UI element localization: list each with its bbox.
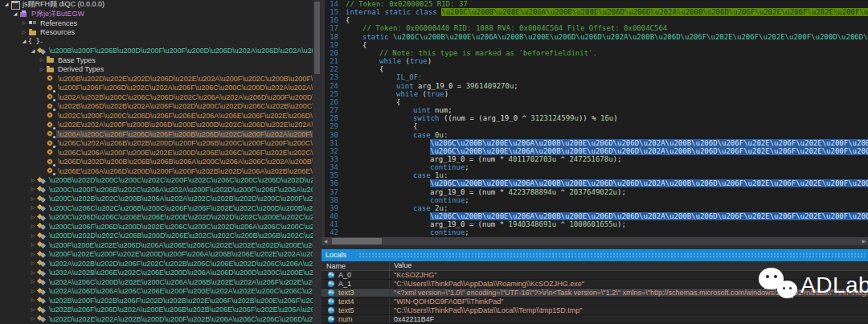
- code-text[interactable]: // Token: 0x02000025 RID: 37: [344, 0, 868, 8]
- code-text[interactable]: while (true): [344, 57, 868, 65]
- expander-icon[interactable]: ▷: [29, 277, 37, 286]
- tree-item[interactable]: ▷\u202A\u202B\u206E\u202C\u206E\u200D\u2…: [0, 269, 313, 278]
- code-text[interactable]: \u206C\u200B\u200E\u206A\u200B\u200E\u20…: [344, 139, 868, 147]
- tree-item[interactable]: ◢-: [0, 37, 313, 47]
- tree-item[interactable]: ▷\u200C\u200F\u206B\u202C\u206A\u202A\u2…: [0, 185, 313, 195]
- expander-icon[interactable]: ◢: [20, 37, 28, 46]
- code-horizontal-scrollbar[interactable]: ◀ ▶: [321, 237, 868, 245]
- code-text[interactable]: continue;: [344, 196, 868, 204]
- code-text[interactable]: internal static class \u206C\u200B\u200E…: [344, 8, 868, 16]
- tree-item[interactable]: ▷\u200C\u206D\u206C\u206E\u206E\u200E\u2…: [0, 213, 313, 223]
- tree-item[interactable]: ▷\u200D\u202D\u202C\u206B\u200D\u206E\u2…: [0, 232, 313, 241]
- code-text[interactable]: {: [344, 16, 868, 24]
- expander-icon[interactable]: ▷: [38, 65, 46, 74]
- code-text[interactable]: // Note: this type is marked as 'beforef…: [344, 49, 868, 57]
- expander-icon[interactable]: ▷: [29, 232, 37, 240]
- tree-item[interactable]: ▷\u200F\u200E\u202E\u206D\u206A\u206E\u2…: [0, 240, 313, 250]
- expander-icon[interactable]: ◢: [2, 0, 10, 9]
- tree-item[interactable]: \u202B\u206D\u202B\u202A\u206F\u202D\u20…: [0, 102, 313, 112]
- tree-item[interactable]: ▷\u202A\u206D\u206A\u206C\u206E\u200F\u2…: [0, 287, 313, 297]
- scroll-left-arrow-icon[interactable]: ◀: [321, 237, 330, 245]
- tree-item[interactable]: ▷\u200C\u202B\u202C\u200B\u206A\u202A\u2…: [0, 195, 313, 204]
- tree-scrollbar-thumb[interactable]: [314, 2, 320, 74]
- tree-item[interactable]: ▷\u202A\u206C\u200D\u202E\u200C\u206A\u2…: [0, 277, 313, 287]
- locals-panel-header[interactable]: Locals: [321, 249, 868, 261]
- tree-item[interactable]: ▷\u202B\u200F\u202B\u206F\u202D\u202B\u2…: [0, 296, 313, 306]
- expander-icon[interactable]: ▷: [29, 213, 37, 222]
- tree-item[interactable]: ▷References: [0, 18, 313, 28]
- locals-row[interactable]: text4"WIN-QOHDG9FA0BF\\ThinkPad": [321, 297, 868, 306]
- expander-icon[interactable]: ▷: [29, 306, 37, 314]
- expander-icon[interactable]: ▷: [29, 259, 37, 268]
- tree-item[interactable]: ◢js顾RFH顾 diQC (0.0.0.0): [0, 0, 313, 10]
- expander-icon[interactable]: ▷: [29, 314, 37, 323]
- expander-icon[interactable]: ▷: [29, 176, 37, 185]
- scroll-right-arrow-icon[interactable]: ▶: [860, 237, 868, 245]
- breakpoint-gutter[interactable]: [321, 0, 325, 237]
- code-text[interactable]: \u206C\u200B\u200E\u206A\u200B\u200E\u20…: [344, 179, 868, 187]
- locals-row[interactable]: A_0"KcSOZJHG": [321, 271, 868, 280]
- code-text[interactable]: arg_19_0 = (num * 4223788894u ^ 20376490…: [344, 188, 868, 196]
- code-text[interactable]: arg_19_0 = (num * 1940348691u ^ 10086016…: [344, 220, 868, 228]
- expander-icon[interactable]: ◢: [11, 10, 19, 18]
- expander-icon[interactable]: ▷: [29, 222, 37, 231]
- tree-item[interactable]: ▷\u202B\u206F\u206D\u202A\u200E\u206B\u2…: [0, 306, 313, 315]
- locals-row[interactable]: text3"<?xml version=\"1.0\" encoding=\"U…: [321, 289, 868, 297]
- tree-item[interactable]: \u206C\u202A\u206B\u202B\u200D\u200F\u20…: [0, 139, 313, 149]
- expander-icon[interactable]: ▷: [20, 18, 28, 27]
- tree-vertical-scrollbar[interactable]: [313, 0, 321, 324]
- code-text[interactable]: case 2u:: [344, 204, 868, 212]
- expander-icon[interactable]: ▷: [20, 28, 28, 37]
- expander-icon[interactable]: ▷: [29, 185, 37, 194]
- tree-item[interactable]: ▷Resources: [0, 28, 313, 38]
- tree-item[interactable]: ▷\u200C\u206F\u206D\u200D\u202E\u206C\u2…: [0, 222, 313, 232]
- code-text[interactable]: continue;: [344, 228, 868, 236]
- locals-row[interactable]: text5"C:\\Users\\ThinkPad\\AppData\\Loca…: [321, 306, 868, 315]
- code-text[interactable]: continue;: [344, 163, 868, 171]
- expander-icon[interactable]: ▷: [29, 269, 37, 277]
- locals-row[interactable]: num0x42211B4F: [321, 315, 868, 324]
- expander-icon[interactable]: ◢: [29, 47, 37, 55]
- code-text[interactable]: \u206C\u200B\u200E\u206A\u200B\u200E\u20…: [344, 212, 868, 220]
- tree-item[interactable]: ▷Derived Types: [0, 65, 313, 75]
- code-scrollbar-thumb[interactable]: [332, 238, 382, 244]
- tree-item[interactable]: \u206D\u202D\u200B\u206B\u206B\u206A\u20…: [0, 158, 313, 167]
- tree-item[interactable]: \u202E\u202A\u200F\u200B\u206D\u200E\u20…: [0, 121, 313, 130]
- expander-icon[interactable]: ▷: [29, 203, 37, 212]
- tree-item[interactable]: \u206A\u200C\u206F\u206D\u206F\u200B\u20…: [0, 129, 313, 139]
- code-text[interactable]: IL_0F:: [344, 73, 868, 81]
- tree-item[interactable]: \u202A\u202B\u200C\u206C\u206D\u202C\u20…: [0, 92, 313, 102]
- tree-item[interactable]: ◢P席je洋ButEGW: [0, 10, 313, 19]
- expander-icon[interactable]: ▷: [29, 250, 37, 259]
- code-text[interactable]: \u206C\u200B\u200E\u206A\u200B\u200E\u20…: [344, 147, 868, 155]
- code-text[interactable]: {: [344, 122, 868, 130]
- tree-item[interactable]: ▷\u200F\u202E\u200F\u202E\u200D\u200F\u2…: [0, 250, 313, 260]
- tree-item[interactable]: \u200F\u206F\u206D\u202C\u202A\u206F\u20…: [0, 84, 313, 93]
- code-text[interactable]: switch ((num = (arg_19_0 ^ 3123124599u))…: [344, 114, 868, 122]
- tree-item[interactable]: \u200B\u202D\u202E\u202D\u206D\u202E\u20…: [0, 74, 313, 84]
- code-text[interactable]: {: [344, 98, 868, 106]
- expander-icon[interactable]: ▷: [29, 287, 37, 296]
- code-text[interactable]: case 0u:: [344, 131, 868, 139]
- code-text[interactable]: {: [344, 65, 868, 73]
- code-text[interactable]: static \u206C\u200B\u200E\u206A\u200B\u2…: [344, 33, 868, 41]
- code-text[interactable]: arg_19_0 = (num * 4011702703u ^ 24725167…: [344, 155, 868, 163]
- tree-item[interactable]: \u206E\u206A\u206D\u200D\u200F\u200F\u20…: [0, 166, 313, 176]
- expander-icon[interactable]: ▷: [29, 195, 37, 203]
- tree-item[interactable]: ◢\u200B\u200F\u206B\u200D\u200F\u200F\u2…: [0, 47, 313, 56]
- tree-item[interactable]: \u206C\u206A\u200F\u200E\u202E\u200D\u20…: [0, 148, 313, 158]
- code-text[interactable]: uint num;: [344, 106, 868, 114]
- tree-item[interactable]: ▷\u200B\u202D\u200C\u200C\u202C\u200F\u2…: [0, 176, 313, 186]
- expander-icon[interactable]: ▷: [29, 240, 37, 249]
- tree-item[interactable]: \u202C\u200F\u200C\u206D\u206F\u206E\u20…: [0, 111, 313, 121]
- expander-icon[interactable]: ▷: [38, 55, 46, 64]
- code-text[interactable]: {: [344, 41, 868, 49]
- column-header-value[interactable]: Value: [389, 261, 868, 270]
- column-header-name[interactable]: Name: [321, 262, 389, 270]
- tree-item[interactable]: ▷Base Types: [0, 55, 313, 65]
- tree-item[interactable]: ▷\u202D\u202E\u202A\u202B\u200D\u200F\u2…: [0, 314, 313, 324]
- locals-row[interactable]: A_1"C:\\Users\\ThinkPad\\AppData\\Roamin…: [321, 280, 868, 289]
- expander-icon[interactable]: ▷: [29, 296, 37, 305]
- code-text[interactable]: case 1u:: [344, 171, 868, 179]
- code-text[interactable]: while (true): [344, 90, 868, 98]
